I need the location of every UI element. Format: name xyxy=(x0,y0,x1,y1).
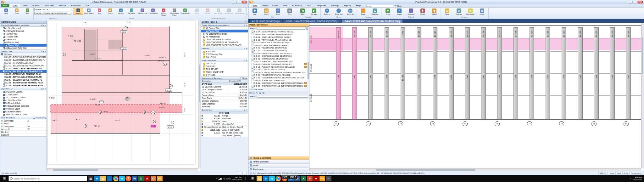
canvas-vertical-scrollbar[interactable] xyxy=(198,20,201,168)
print-list-icon[interactable]: ▥ xyxy=(262,92,264,94)
edit-tool-button[interactable]: ✕ Cancel xyxy=(203,8,213,15)
pages-scrollbar[interactable] xyxy=(307,30,309,88)
trace-checkbox[interactable] xyxy=(203,44,205,46)
word-icon[interactable]: W xyxy=(132,176,137,181)
layer-item[interactable]: 62 Exterior Beam xyxy=(0,110,47,113)
ribbon-button[interactable]: ↔ Scale xyxy=(358,8,369,16)
drawing-tree-item[interactable]: S-2-07 - SEVENTH LEVEL FRAMING PL xyxy=(0,78,47,81)
edit-tool-button[interactable]: ✎ Edit Points xyxy=(224,8,234,15)
section-menu-icon[interactable]: ▤ xyxy=(41,50,43,52)
volume-icon[interactable]: ◁) xyxy=(223,177,225,180)
quantity-row[interactable]: 825.87 Perimeter xyxy=(201,117,248,120)
trace-checkbox[interactable] xyxy=(203,39,205,41)
favorite-item[interactable]: Col 12"x24" xyxy=(201,56,248,59)
edge-icon[interactable]: e xyxy=(94,176,100,181)
measurement-row[interactable]: DepressForm 141.43 Ft xyxy=(201,94,248,97)
trace-item[interactable]: -355 CONCRETE SUSPENDED SLABS xyxy=(201,44,248,47)
page-item[interactable]: S-3-05 - GARAGE WALL SECTIONS(1) xyxy=(248,57,309,60)
ribbon-button[interactable]: ▶ Forward xyxy=(308,8,320,16)
page-item[interactable]: S-3-33 - CONCRETE STAIR DETAILS(1) xyxy=(248,87,309,88)
takeoff-tool-button[interactable]: • 1 Point Count xyxy=(158,8,169,17)
takeoff-tool-button[interactable]: ⊘ Disconnect Point xyxy=(169,8,180,17)
layer-item[interactable]: 41 Star ShearWall xyxy=(0,99,47,102)
excel-icon[interactable]: X xyxy=(138,176,144,181)
page-item[interactable]: S-3-11 - STAIR SECTIONS AND DETAILS(1) xyxy=(248,60,309,63)
minimize-button[interactable]: – xyxy=(628,1,633,3)
etakeoff-icon[interactable]: eT xyxy=(151,176,156,181)
drawing-tree-item[interactable]: S-2-06 - SIXTH LEVEL FRAMING PLAN xyxy=(0,76,47,78)
panel-pin-icon[interactable]: ▪ xyxy=(43,21,44,23)
zoom-level[interactable]: 138.9% xyxy=(598,172,607,174)
measurement-row[interactable]: 8" PT Slab 13696.09 SqFt xyxy=(201,82,248,85)
column-schedule-canvas[interactable]: 36x36x1036x36x1236x36x12 36x36x10 12 #7 … xyxy=(309,23,644,171)
panel-close-icon[interactable]: ✕ xyxy=(246,21,247,23)
trace-checkbox[interactable] xyxy=(3,36,5,38)
ribbon-button[interactable]: ✚ New xyxy=(249,8,260,16)
measurement-row[interactable]: Ext Beam 67.55 Ft xyxy=(201,105,248,108)
planswift-icon[interactable]: PS xyxy=(157,176,163,181)
layer-item[interactable]: 31 Tie Column xyxy=(0,93,47,96)
page-item[interactable]: S-2-08 - EIGHTH LEVEL FRAMING PLAN(1) xyxy=(248,33,309,36)
panel-close-icon[interactable]: ✕ xyxy=(44,21,46,23)
takeoff-tool-button[interactable]: ╱ 2 Point Line xyxy=(137,8,147,15)
page-item[interactable]: S-2-10 - TENTH LEVEL FRAMING PLAN(1) xyxy=(248,38,309,41)
section-menu-icon[interactable]: ▤ xyxy=(244,109,245,111)
status-toggle[interactable]: Grid xyxy=(616,172,622,174)
file-explorer-icon[interactable]: ▤ xyxy=(100,176,106,181)
page-item[interactable]: S-3-15 - FOUNDATION AND GROUND FLOOR DET… xyxy=(248,71,309,74)
project-favorites-header[interactable]: Project Favorites ▤ ✕ xyxy=(201,59,248,62)
all-pages-checkbox[interactable] xyxy=(1,53,3,55)
quantity-row[interactable]: Elevated formed slab take.. Slab_or_Beam… xyxy=(201,126,248,128)
ribbon-tab[interactable]: File xyxy=(1,4,9,7)
page-item[interactable]: S-2-12 - LOW ROOF FRAMING PLAN(1) xyxy=(248,44,309,47)
section-menu-icon[interactable]: ▤ xyxy=(41,24,43,26)
trace-checkbox[interactable] xyxy=(3,27,5,29)
measurement-row[interactable]: 06 Tie Column 8.00 Ea xyxy=(201,91,248,94)
internet-explorer-icon[interactable]: e xyxy=(119,176,125,181)
tray-expand-icon[interactable]: ^ xyxy=(630,178,631,180)
page-item[interactable]: S-3-04 - GARAGE BUILDING SECTIONS(1) xyxy=(248,54,309,57)
acrobat-icon[interactable]: A xyxy=(313,176,319,181)
ribbon-button[interactable]: ✚ New xyxy=(1,8,11,15)
page-item[interactable]: S-2-07 - SEVENTH LEVEL FRAMING PLAN(1) xyxy=(248,30,309,33)
panel-section-tab[interactable]: Takeoff Summary xyxy=(248,160,309,163)
measurement-row[interactable]: 03 "L" Shaped Column 1.00 Ea xyxy=(201,88,248,91)
trace-checkbox[interactable] xyxy=(206,30,208,32)
acrobat-icon[interactable]: A xyxy=(144,176,150,181)
ribbon-button[interactable]: ∠ Measure xyxy=(369,8,380,16)
page-item[interactable]: S-3-13 - PILE CAP REINFORCING DETAILS(1) xyxy=(248,65,309,68)
page-item[interactable]: S-3-32 - GARAGE STAIR AND ELEVATOR SECTI… xyxy=(248,84,309,87)
powerpoint-icon[interactable]: P xyxy=(307,176,313,181)
ribbon-tab[interactable]: Settings xyxy=(329,4,341,7)
takeoff-tool-button[interactable]: ✱ Count xyxy=(105,8,115,15)
layer-item[interactable]: 60 Interior Beam xyxy=(0,107,47,110)
layer-filter[interactable]: All xyxy=(10,88,13,90)
layer-item[interactable]: 30 Sq/Rect Column xyxy=(0,90,47,93)
layer-color-swatch[interactable] xyxy=(3,105,5,107)
ribbon-button[interactable]: ▤ Open xyxy=(12,8,22,15)
drawing-tree-filter[interactable]: All Pages xyxy=(0,53,47,56)
chrome-icon[interactable] xyxy=(113,176,119,181)
network-icon[interactable]: ▃▅ xyxy=(219,177,222,180)
layer-color-swatch[interactable] xyxy=(3,91,5,93)
planswift-icon[interactable]: PS xyxy=(319,176,325,181)
section-collapse-icon[interactable]: ▾ xyxy=(43,24,44,26)
internet-explorer-icon[interactable]: e xyxy=(269,176,275,181)
ribbon-tab[interactable]: Annotate xyxy=(43,4,56,7)
undo-button[interactable]: ↶ Undo xyxy=(394,5,403,7)
trace-item[interactable]: 48 Basement Ret'g Wall xyxy=(0,47,47,49)
drawing-tree-item[interactable]: S-1-13 - ROOF WIND PRESSURE DIAGRAM xyxy=(0,56,47,59)
ribbon-tab[interactable]: Lists xyxy=(305,4,314,7)
ribbon-tab[interactable]: View xyxy=(280,4,290,7)
ribbon-button[interactable]: — Segment xyxy=(405,8,417,16)
ribbon-button[interactable]: ✎ Edit xyxy=(22,8,33,15)
section-close-icon[interactable]: ✕ xyxy=(45,88,46,90)
drawing-selector[interactable]: S-2-04 - FOURTH LEVEL FRAMING P ▾ xyxy=(34,12,71,15)
clock[interactable]: 9:48 PM 29/01/2020 xyxy=(232,176,242,181)
project-favorite-item[interactable]: TC-2 12"x12" xyxy=(201,68,248,71)
drawing-tree-item[interactable]: S-2-09 - NINETH LEVEL FRAMING PLAN xyxy=(0,84,47,87)
page-item[interactable]: S-3-03 - GARAGE BUILDING SECTIONS(1) xyxy=(248,52,309,55)
minimize-button[interactable]: – xyxy=(232,1,237,3)
section-close-icon[interactable]: ✕ xyxy=(246,60,247,61)
section-menu-icon[interactable]: ▤ xyxy=(244,24,245,26)
